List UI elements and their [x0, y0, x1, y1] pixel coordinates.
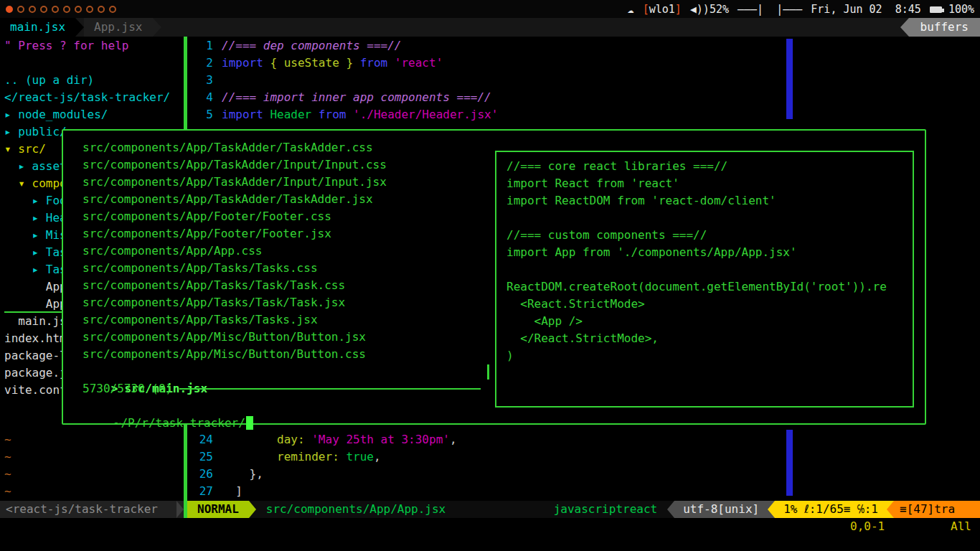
fzf-result[interactable]: src/components/App/TaskAdder/TaskAdder.j…: [63, 191, 494, 208]
scrollbar-segment[interactable]: [786, 430, 793, 496]
preview-line: import App from './components/App/App.js…: [507, 244, 913, 261]
window-dot[interactable]: [29, 6, 36, 13]
window-dots: [6, 6, 116, 13]
fzf-result[interactable]: src/components/App/Tasks/Tasks.jsx: [63, 311, 494, 329]
cwd-text: <react-js/task-tracker: [6, 501, 158, 518]
network-interface-label: wlo1: [649, 3, 675, 16]
token: ,: [450, 433, 457, 446]
preview-line: <React.StrictMode>: [507, 296, 913, 313]
token: [339, 450, 347, 463]
code-line[interactable]: 25 reminder: true,: [187, 448, 980, 466]
fzf-result[interactable]: src/components/App/Tasks/Task/Task.css: [63, 277, 494, 294]
code-line[interactable]: 3: [187, 72, 980, 89]
fzf-result[interactable]: src/components/App/TaskAdder/TaskAdder.c…: [63, 139, 494, 156]
fzf-result[interactable]: src/components/App/TaskAdder/Input/Input…: [63, 156, 494, 174]
tab-main-jsx[interactable]: main.jsx: [0, 18, 75, 37]
editor-buffer-top: 1//=== dep components ===//2import { use…: [187, 37, 980, 123]
window-dot[interactable]: [63, 6, 70, 13]
code-text: import Header from './Header/Header.jsx': [222, 108, 498, 121]
window-dot[interactable]: [17, 6, 24, 13]
vim-mode-text: NORMAL: [197, 501, 239, 518]
token: ,: [374, 450, 381, 463]
line-number: 2: [187, 55, 213, 72]
code-text: reminder: true,: [222, 450, 381, 463]
cursor-position: 0,0-1: [850, 518, 885, 535]
fzf-prompt-text: ~/P/r/task-tracker/: [114, 416, 245, 430]
fzf-preview-pane: //=== core react libraries ===//import R…: [495, 151, 914, 408]
buffers-label[interactable]: buffers: [909, 18, 980, 37]
window-dot[interactable]: [40, 6, 47, 13]
token: [305, 433, 312, 446]
token: },: [222, 467, 263, 481]
statusline-filename: src/components/App/App.jsx: [266, 501, 446, 518]
token: [222, 433, 277, 446]
fzf-result[interactable]: src/components/App/Footer/Footer.css: [63, 208, 494, 225]
preview-line: import ReactDOM from 'react-dom/client': [507, 192, 913, 209]
line-number: 26: [187, 466, 213, 483]
clock[interactable]: Fri, Jun 02 8:45: [811, 1, 921, 18]
preview-line: </React.StrictMode>,: [507, 330, 913, 347]
code-line[interactable]: 24 day: 'May 25th at 3:30pm',: [187, 431, 980, 448]
bracket: ]: [675, 3, 682, 16]
empty-line-marker: ~: [4, 448, 11, 466]
code-line[interactable]: 27 ]: [187, 483, 980, 500]
fzf-result[interactable]: src/components/App/TaskAdder/Input/Input…: [63, 174, 494, 191]
vim-tabline: main.jsxApp.jsx buffers: [0, 18, 980, 37]
fzf-result[interactable]: src/components/App/Tasks/Task/Task.jsx: [63, 294, 494, 311]
tab-app-jsx[interactable]: App.jsx: [84, 18, 152, 37]
scroll-indicator: All: [951, 518, 971, 535]
window-dot[interactable]: [109, 6, 116, 13]
fzf-result[interactable]: src/components/App/Misc/Button/Button.js…: [63, 329, 494, 346]
fzf-result[interactable]: src/components/App/App.css: [63, 242, 494, 260]
fzf-result[interactable]: src/components/App/Tasks/Tasks.css: [63, 260, 494, 277]
token: 'May 25th at 3:30pm': [311, 433, 450, 446]
powerline-separator: [249, 501, 256, 518]
fzf-list-scrollbar[interactable]: [487, 364, 489, 380]
empty-line-marker: ~: [4, 483, 11, 500]
fzf-result-list: src/components/App/TaskAdder/TaskAdder.c…: [63, 139, 494, 363]
fzf-result[interactable]: src/components/App/Misc/Button/Button.cs…: [63, 346, 494, 363]
battery-indicator[interactable]: 100%: [930, 1, 974, 18]
tab-separator: [153, 18, 161, 37]
window-dot[interactable]: [6, 6, 13, 13]
tree-item[interactable]: .. (up a dir): [4, 72, 184, 89]
code-line[interactable]: 2import { useState } from 'react': [187, 55, 980, 72]
code-line[interactable]: 26 },: [187, 466, 980, 483]
window-dot[interactable]: [52, 6, 59, 13]
network-indicator[interactable]: [wlo1]: [643, 1, 682, 18]
code-line[interactable]: 4//=== import inner app components ===//: [187, 89, 980, 106]
weather-icon[interactable]: ☁: [628, 1, 634, 18]
system-topbar: ☁ [wlo1] ◀))52% ———| |——— Fri, Jun 02 8:…: [0, 0, 980, 18]
code-line[interactable]: 1//=== dep components ===//: [187, 37, 980, 55]
preview-line: [507, 261, 913, 278]
fzf-prompt[interactable]: ~/P/r/task-tracker/: [72, 397, 253, 415]
window-dot[interactable]: [98, 6, 105, 13]
tab-separator: [75, 18, 84, 37]
line-number: 25: [187, 448, 213, 466]
token: from: [353, 56, 395, 70]
tabline-filler: [161, 18, 900, 37]
tree-item[interactable]: [4, 55, 184, 72]
scrollbar-segment[interactable]: [786, 39, 793, 119]
window-dot[interactable]: [86, 6, 93, 13]
command-line[interactable]: 0,0-1 All: [0, 518, 980, 535]
tree-item[interactable]: ▸ node_modules/: [4, 106, 184, 123]
volume-indicator[interactable]: ◀))52%: [690, 1, 729, 18]
fzf-selected-result[interactable]: >src/main.jsx: [70, 363, 207, 380]
fzf-popup: src/components/App/TaskAdder/TaskAdder.c…: [62, 129, 926, 425]
system-tray: ☁ [wlo1] ◀))52% ———| |——— Fri, Jun 02 8:…: [628, 1, 974, 18]
line-number: 4: [187, 89, 213, 106]
code-line[interactable]: 5import Header from './Header/Header.jsx…: [187, 106, 980, 123]
statusline-warning: ≡[47]tra: [894, 501, 980, 518]
fzf-result[interactable]: src/components/App/Footer/Footer.jsx: [63, 225, 494, 242]
powerline-separator: [900, 18, 909, 37]
window-dot[interactable]: [75, 6, 82, 13]
meter-separators: ———| |———: [738, 1, 802, 18]
tree-item[interactable]: " Press ? for help: [4, 37, 184, 55]
buffers-segment: buffers: [900, 18, 980, 37]
token: import: [222, 56, 270, 70]
tree-item[interactable]: </react-js/task-tracker/: [4, 89, 184, 106]
powerline-separator: [768, 501, 775, 518]
code-text: day: 'May 25th at 3:30pm',: [222, 433, 457, 446]
powerline-separator: [887, 501, 894, 518]
